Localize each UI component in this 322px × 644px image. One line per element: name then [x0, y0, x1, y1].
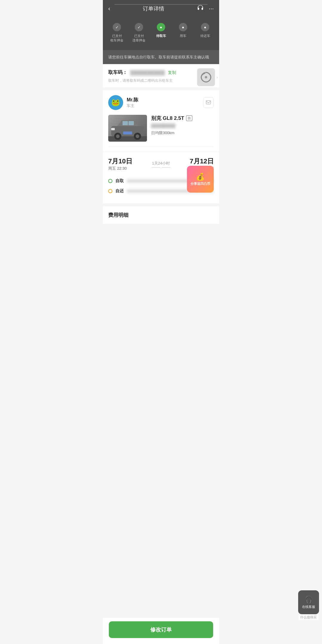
step-circle-3: ●: [157, 23, 165, 31]
svg-point-10: [136, 134, 139, 138]
svg-rect-12: [123, 131, 132, 134]
header: ‹ 订单详情 ···: [103, 0, 219, 17]
page-title: 订单详情: [143, 5, 164, 12]
car-details: 别克 GL8 2.5T 自 ████████ 日均限300km: [151, 115, 214, 142]
share-promo-inner: 💰 分享送凹凸币: [187, 166, 214, 193]
owner-text: Mr.陈 车主: [127, 97, 138, 109]
qr-icon: [200, 71, 212, 83]
owner-info: 🐸 Mr.陈 车主: [108, 95, 138, 110]
qr-code-area[interactable]: ›: [197, 68, 215, 86]
svg-point-1: [205, 76, 207, 78]
owner-car-card: 🐸 Mr.陈 车主: [103, 90, 219, 151]
car-info: 别克 GL8 2.5T 自 ████████ 日均限300km: [108, 115, 214, 147]
end-day: 7月12日: [190, 157, 214, 166]
notice-bar: 请您前往车辆地点自行取车。取车前请提前联系车主确认哦: [103, 50, 219, 64]
step-label-5: 待还车: [200, 34, 210, 38]
step-paid-violation: ✓ 已支付 违章押金: [128, 23, 150, 43]
step-return: ● 待还车: [194, 23, 216, 38]
share-promo-button[interactable]: 💰 分享送凹凸币: [187, 166, 214, 193]
car-image-inner: [108, 115, 147, 142]
notice-text: 请您前往车辆地点自行取车。取车前请提前联系车主确认哦: [108, 55, 209, 59]
location-section: 自取 自还 💰 分享送凹凸币: [108, 176, 214, 199]
step-paid-rental: ✓ 已支付 租车押金: [106, 23, 128, 43]
step-label-4: 用车: [180, 34, 186, 38]
duration-line: [151, 167, 171, 168]
svg-point-8: [116, 134, 120, 138]
support-icon-button[interactable]: [197, 4, 204, 13]
owner-name: Mr.陈: [127, 97, 138, 103]
car-daily-limit: 日均限300km: [151, 130, 214, 136]
return-location-label: 自还: [115, 188, 124, 194]
date-duration: 1天24小时: [151, 161, 171, 168]
pickup-dot: [108, 179, 112, 183]
more-button[interactable]: ···: [209, 5, 214, 12]
step-label-3: 待取车: [156, 34, 166, 38]
pickup-label: 取车码：: [108, 69, 127, 76]
pickup-code-left: 取车码： ██████████ 复制: [108, 69, 176, 76]
step-circle-2: ✓: [135, 23, 143, 31]
progress-line: [114, 4, 208, 5]
step-label-2: 已支付 违章押金: [132, 34, 145, 43]
car-name: 别克 GL8 2.5T: [151, 115, 184, 122]
return-dot: [108, 189, 112, 193]
message-icon: [205, 100, 211, 106]
car-plate: ████████: [151, 123, 214, 128]
step-pickup: ● 待取车: [150, 23, 172, 38]
step-circle-4: ●: [179, 23, 187, 31]
car-image: [108, 115, 147, 142]
promo-text: 分享送凹凸币: [191, 182, 210, 186]
step-label-1: 已支付 租车押金: [110, 34, 123, 43]
date-section: 7月10日 周五 22:30 1天24小时 7月12日 周日 22:15 自取: [103, 152, 219, 203]
svg-rect-11: [111, 128, 115, 130]
owner-role: 车主: [127, 103, 138, 109]
avatar: 🐸: [108, 95, 123, 110]
fees-title: 费用明细: [108, 212, 129, 219]
progress-section: ✓ 已支付 租车押金 ✓ 已支付 违章押金 ● 待取车 ● 用车: [103, 17, 219, 50]
header-icons: ···: [197, 4, 214, 13]
back-button[interactable]: ‹: [108, 5, 110, 12]
progress-steps: ✓ 已支付 租车押金 ✓ 已支付 违章押金 ● 待取车 ● 用车: [106, 23, 216, 43]
copy-button[interactable]: 复制: [168, 70, 176, 75]
pickup-code-value: ██████████: [130, 70, 165, 75]
svg-rect-2: [206, 101, 211, 104]
car-illustration: [108, 115, 147, 142]
headphone-icon: [197, 4, 204, 11]
step-circle-5: ●: [201, 23, 209, 31]
owner-row: 🐸 Mr.陈 车主: [108, 95, 214, 110]
svg-rect-5: [123, 121, 128, 125]
svg-rect-3: [108, 136, 147, 142]
svg-rect-6: [129, 121, 134, 125]
transmission-badge: 自: [186, 115, 192, 121]
start-time: 周五 22:30: [108, 166, 132, 171]
start-day: 7月10日: [108, 157, 132, 166]
duration-text: 1天24小时: [152, 161, 170, 166]
pickup-code-section: 取车码： ██████████ 复制 › 取车时，请将取车码或二维码出示给车主: [103, 64, 219, 87]
promo-icon: 💰: [196, 173, 205, 181]
pickup-location-label: 自取: [115, 178, 124, 184]
car-name-row: 别克 GL8 2.5T 自: [151, 115, 214, 122]
fees-section: 费用明细: [103, 206, 219, 224]
step-use: ● 用车: [172, 23, 194, 38]
date-start: 7月10日 周五 22:30: [108, 157, 132, 171]
step-circle-1: ✓: [113, 23, 121, 31]
message-button[interactable]: [203, 97, 214, 108]
